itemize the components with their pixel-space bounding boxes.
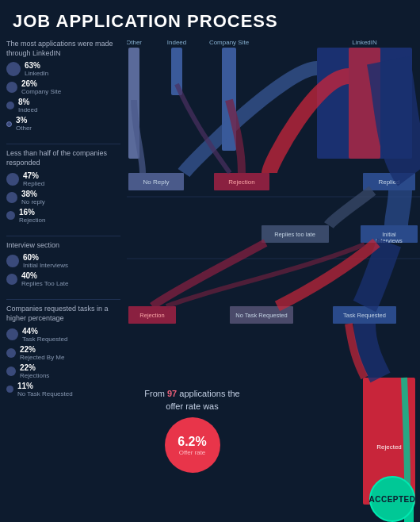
task-label: Task Requested	[22, 336, 67, 343]
replied-circle	[6, 173, 19, 186]
initial-percent: 60%	[23, 253, 68, 262]
task-percent: 44%	[22, 327, 67, 336]
svg-text:Rejected: Rejected	[376, 443, 402, 451]
offer-rate-circle: 6.2% Offer rate	[165, 417, 220, 473]
stat-item-rejected-me: 22% Rejected By Me	[6, 345, 120, 361]
tasks-label: Companies requested tasks in a higher pe…	[6, 305, 120, 323]
toolate-percent: 40%	[21, 271, 68, 280]
stat-item-task: 44% Task Requested	[6, 327, 120, 343]
svg-text:No Reply: No Reply	[143, 178, 170, 186]
company-label: Company Site	[21, 88, 61, 95]
linkedin-percent: 63%	[25, 61, 48, 70]
offer-rate-label: Offer rate	[179, 449, 206, 456]
svg-text:LinkedIN: LinkedIN	[352, 39, 377, 46]
rejected-me-circle	[6, 348, 16, 358]
rejection1-percent: 16%	[19, 208, 45, 217]
interviews-section: Interview section 60% Initial Interviews…	[6, 241, 120, 290]
stat-item-initial: 60% Initial Interviews	[6, 253, 120, 269]
replied-label: Replied	[23, 180, 44, 187]
svg-text:Other: Other	[127, 39, 142, 46]
other-percent: 3%	[16, 116, 32, 125]
responses-section: Less than half of the companies responde…	[6, 149, 120, 225]
stat-item-rejections: 22% Rejections	[6, 363, 120, 379]
divider-1	[6, 144, 120, 144]
svg-text:Rejection: Rejection	[139, 312, 164, 319]
divider-3	[6, 299, 120, 300]
linkedin-circle	[6, 62, 21, 76]
rejection1-label: Rejection	[19, 217, 45, 224]
stat-item-rejection1: 16% Rejection	[6, 208, 120, 224]
rejections-circle	[6, 367, 16, 376]
company-circle	[6, 82, 17, 93]
page-title: JOB APPLICATION PROCESS	[0, 0, 420, 36]
summary-text: From 97 applications the offer rate was	[135, 388, 250, 413]
svg-text:Indeed: Indeed	[167, 39, 186, 46]
stat-item-replied: 47% Replied	[6, 171, 120, 187]
stat-item-noreply: 38% No reply	[6, 190, 120, 205]
responses-label: Less than half of the companies responde…	[6, 149, 120, 167]
linkedin-label: LinkedIn	[25, 70, 48, 77]
indeed-percent: 8%	[18, 98, 37, 106]
indeed-label: Indeed	[18, 106, 37, 113]
replied-percent: 47%	[23, 171, 44, 180]
toolate-circle	[6, 274, 17, 285]
rejections-percent: 22%	[20, 363, 49, 372]
applications-count: 97	[167, 389, 177, 398]
rejected-me-label: Rejected By Me	[20, 354, 64, 361]
applications-section: The most applications were made through …	[6, 40, 120, 134]
other-label: Other	[16, 125, 32, 132]
rejected-me-percent: 22%	[20, 345, 64, 354]
sankey-diagram: Other Indeed Company Site LinkedIN No Re…	[127, 36, 420, 522]
notask-circle	[6, 386, 13, 393]
other-circle	[6, 121, 12, 127]
company-percent: 26%	[21, 79, 61, 88]
initial-circle	[6, 255, 19, 267]
stat-item-company: 26% Company Site	[6, 79, 120, 95]
svg-text:No Task Requested: No Task Requested	[235, 312, 287, 319]
notask-label: No Task Requested	[17, 390, 73, 397]
accepted-badge: ACCEPTED	[369, 476, 415, 522]
toolate-label: Replies Too Late	[21, 280, 68, 287]
svg-text:Replies too late: Replies too late	[274, 231, 315, 238]
task-circle	[6, 328, 18, 340]
stat-item-linkedin: 63% LinkedIn	[6, 61, 120, 77]
summary-box: From 97 applications the offer rate was …	[135, 388, 250, 473]
svg-text:Task Requested: Task Requested	[343, 312, 386, 319]
noreply-circle	[6, 192, 17, 203]
tasks-section: Companies requested tasks in a higher pe…	[6, 305, 120, 399]
stat-item-notask: 11% No Task Requested	[6, 382, 120, 397]
accepted-label: ACCEPTED	[369, 495, 416, 504]
offer-rate-value: 6.2%	[178, 435, 206, 449]
applications-label: The most applications were made through …	[6, 40, 120, 58]
indeed-circle	[6, 102, 14, 109]
noreply-label: No reply	[21, 198, 45, 205]
text-after: applications the offer rate was	[166, 389, 239, 410]
svg-text:Company Site: Company Site	[209, 39, 250, 46]
stat-item-toolate: 40% Replies Too Late	[6, 271, 120, 287]
left-stats-panel: The most applications were made through …	[0, 36, 127, 522]
text-from: From	[144, 389, 165, 398]
divider-2	[6, 236, 120, 236]
initial-label: Initial Interviews	[23, 262, 68, 269]
stat-item-indeed: 8% Indeed	[6, 98, 120, 113]
rejection1-circle	[6, 211, 15, 220]
interviews-label: Interview section	[6, 241, 120, 251]
noreply-percent: 38%	[21, 190, 45, 198]
rejections-label: Rejections	[20, 372, 49, 379]
stat-item-other: 3% Other	[6, 116, 120, 132]
notask-percent: 11%	[17, 382, 73, 390]
svg-text:Rejection: Rejection	[228, 178, 254, 186]
